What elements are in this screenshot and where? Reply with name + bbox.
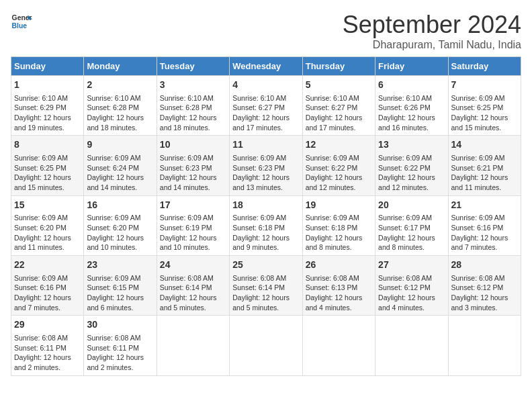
daylight-text: Daylight: 12 hours [160, 113, 217, 122]
calendar-week-5: 29Sunrise: 6:08 AMSunset: 6:11 PMDayligh… [11, 316, 521, 375]
daylight-minutes: and 17 minutes. [232, 124, 283, 132]
calendar-week-4: 22Sunrise: 6:09 AMSunset: 6:16 PMDayligh… [11, 256, 521, 316]
sunrise-text: Sunrise: 6:09 AM [378, 214, 432, 222]
day-number: 25 [232, 259, 299, 272]
col-header-monday: Monday [84, 57, 157, 76]
daylight-minutes: and 6 minutes. [87, 304, 133, 312]
calendar-table: SundayMondayTuesdayWednesdayThursdayFrid… [11, 56, 521, 376]
sunset-text: Sunset: 6:22 PM [306, 164, 358, 172]
day-number: 6 [378, 79, 445, 92]
sunset-text: Sunset: 6:25 PM [14, 164, 66, 172]
daylight-text: Daylight: 12 hours [451, 173, 508, 181]
daylight-minutes: and 8 minutes. [306, 243, 352, 251]
daylight-text: Daylight: 12 hours [378, 113, 435, 122]
sunrise-text: Sunrise: 6:08 AM [232, 274, 286, 282]
calendar-cell: 11Sunrise: 6:09 AMSunset: 6:23 PMDayligh… [230, 136, 302, 195]
sunrise-text: Sunrise: 6:10 AM [378, 94, 432, 102]
logo-icon: General Blue [11, 11, 32, 32]
sunset-text: Sunset: 6:28 PM [160, 103, 212, 111]
daylight-minutes: and 2 minutes. [87, 363, 133, 371]
day-number: 14 [451, 138, 518, 152]
sunrise-text: Sunrise: 6:09 AM [14, 154, 68, 162]
sunrise-text: Sunrise: 6:09 AM [232, 154, 286, 162]
sunset-text: Sunset: 6:18 PM [306, 224, 358, 232]
sunrise-text: Sunrise: 6:09 AM [87, 274, 140, 282]
calendar-cell: 15Sunrise: 6:09 AMSunset: 6:20 PMDayligh… [11, 195, 84, 255]
day-number: 18 [232, 199, 299, 212]
calendar-week-1: 1Sunrise: 6:10 AMSunset: 6:29 PMDaylight… [11, 76, 521, 136]
daylight-minutes: and 15 minutes. [451, 124, 502, 132]
calendar-cell: 27Sunrise: 6:08 AMSunset: 6:12 PMDayligh… [375, 256, 448, 316]
sunrise-text: Sunrise: 6:08 AM [451, 274, 505, 282]
daylight-text: Daylight: 12 hours [87, 293, 144, 302]
calendar-cell: 21Sunrise: 6:09 AMSunset: 6:16 PMDayligh… [448, 195, 521, 255]
daylight-text: Daylight: 12 hours [160, 293, 217, 302]
daylight-text: Daylight: 12 hours [14, 173, 71, 181]
col-header-thursday: Thursday [302, 57, 375, 76]
day-number: 10 [160, 138, 226, 152]
sunrise-text: Sunrise: 6:10 AM [232, 94, 286, 102]
calendar-cell [375, 316, 448, 375]
sunrise-text: Sunrise: 6:09 AM [378, 154, 432, 162]
sunset-text: Sunset: 6:29 PM [14, 103, 66, 111]
calendar-cell: 18Sunrise: 6:09 AMSunset: 6:18 PMDayligh… [230, 195, 302, 255]
sunset-text: Sunset: 6:14 PM [232, 283, 285, 291]
sunrise-text: Sunrise: 6:08 AM [378, 274, 432, 282]
daylight-minutes: and 5 minutes. [160, 304, 206, 312]
daylight-text: Daylight: 12 hours [160, 173, 217, 181]
daylight-text: Daylight: 12 hours [306, 173, 363, 181]
calendar-week-3: 15Sunrise: 6:09 AMSunset: 6:20 PMDayligh… [11, 195, 521, 255]
daylight-minutes: and 18 minutes. [87, 124, 137, 132]
sunset-text: Sunset: 6:18 PM [232, 224, 285, 232]
sunset-text: Sunset: 6:12 PM [378, 283, 431, 291]
day-number: 11 [232, 138, 299, 152]
calendar-cell: 23Sunrise: 6:09 AMSunset: 6:15 PMDayligh… [84, 256, 157, 316]
daylight-minutes: and 8 minutes. [378, 243, 425, 251]
header-row: SundayMondayTuesdayWednesdayThursdayFrid… [11, 57, 521, 76]
sunrise-text: Sunrise: 6:09 AM [306, 154, 359, 162]
calendar-cell: 13Sunrise: 6:09 AMSunset: 6:22 PMDayligh… [375, 136, 448, 195]
sunset-text: Sunset: 6:21 PM [451, 164, 504, 172]
daylight-minutes: and 7 minutes. [451, 243, 498, 251]
calendar-header: SundayMondayTuesdayWednesdayThursdayFrid… [11, 57, 521, 76]
daylight-minutes: and 16 minutes. [378, 124, 429, 132]
sunset-text: Sunset: 6:11 PM [87, 344, 139, 352]
day-number: 9 [87, 138, 153, 152]
calendar-cell: 7Sunrise: 6:09 AMSunset: 6:25 PMDaylight… [448, 76, 521, 136]
sunset-text: Sunset: 6:13 PM [306, 283, 358, 291]
daylight-text: Daylight: 12 hours [87, 113, 144, 122]
sunrise-text: Sunrise: 6:08 AM [306, 274, 359, 282]
daylight-text: Daylight: 12 hours [14, 234, 71, 242]
daylight-minutes: and 12 minutes. [378, 183, 429, 191]
sunset-text: Sunset: 6:17 PM [378, 224, 431, 232]
sunrise-text: Sunrise: 6:09 AM [14, 274, 68, 282]
daylight-text: Daylight: 12 hours [14, 113, 71, 122]
daylight-minutes: and 11 minutes. [451, 183, 502, 191]
day-number: 5 [306, 79, 372, 92]
day-number: 17 [160, 199, 226, 212]
calendar-cell: 20Sunrise: 6:09 AMSunset: 6:17 PMDayligh… [375, 195, 448, 255]
sunset-text: Sunset: 6:23 PM [160, 164, 212, 172]
day-number: 8 [14, 138, 81, 152]
sunrise-text: Sunrise: 6:10 AM [14, 94, 68, 102]
daylight-minutes: and 9 minutes. [232, 243, 279, 251]
title-area: September 2024 Dharapuram, Tamil Nadu, I… [343, 11, 521, 51]
calendar-cell: 12Sunrise: 6:09 AMSunset: 6:22 PMDayligh… [302, 136, 375, 195]
sunrise-text: Sunrise: 6:10 AM [160, 94, 214, 102]
sunrise-text: Sunrise: 6:10 AM [306, 94, 359, 102]
day-number: 3 [160, 79, 226, 92]
sunrise-text: Sunrise: 6:09 AM [87, 154, 140, 162]
logo: General Blue [11, 11, 32, 32]
calendar-cell: 26Sunrise: 6:08 AMSunset: 6:13 PMDayligh… [302, 256, 375, 316]
daylight-text: Daylight: 12 hours [378, 173, 435, 181]
day-number: 12 [306, 138, 372, 152]
daylight-minutes: and 4 minutes. [306, 304, 352, 312]
sunset-text: Sunset: 6:23 PM [232, 164, 285, 172]
calendar-cell: 9Sunrise: 6:09 AMSunset: 6:24 PMDaylight… [84, 136, 157, 195]
calendar-cell: 25Sunrise: 6:08 AMSunset: 6:14 PMDayligh… [230, 256, 302, 316]
page-subtitle: Dharapuram, Tamil Nadu, India [343, 39, 521, 51]
daylight-minutes: and 3 minutes. [451, 304, 498, 312]
daylight-minutes: and 10 minutes. [87, 243, 137, 251]
daylight-minutes: and 4 minutes. [378, 304, 425, 312]
calendar-cell: 10Sunrise: 6:09 AMSunset: 6:23 PMDayligh… [157, 136, 229, 195]
